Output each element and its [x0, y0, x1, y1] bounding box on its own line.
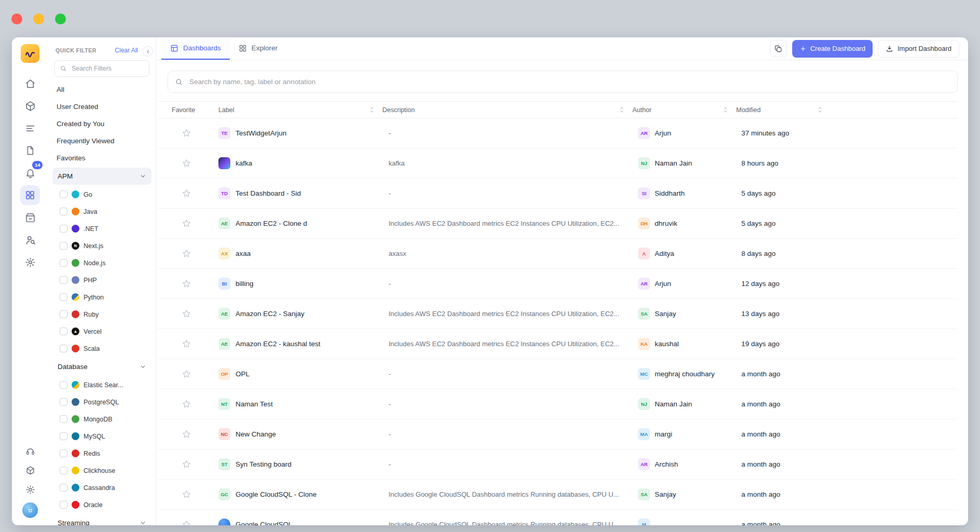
checkbox[interactable] [60, 501, 67, 509]
packages-icon[interactable] [22, 462, 38, 479]
favorite-star-icon[interactable] [182, 128, 191, 138]
filter-item-net[interactable]: .NET [48, 220, 156, 237]
dashboards-icon[interactable] [20, 185, 40, 205]
table-row[interactable]: NCNew Change-MAmargia month ago [158, 419, 958, 449]
checkbox[interactable] [60, 242, 67, 250]
alerts-icon[interactable]: 14 [20, 163, 40, 183]
sidebar-item-created-by-you[interactable]: Created by You [48, 115, 156, 132]
checkbox[interactable] [60, 310, 67, 318]
checkbox[interactable] [60, 449, 67, 457]
section-header-streaming[interactable]: Streaming [52, 514, 151, 525]
integrations-icon[interactable] [20, 208, 40, 227]
favorite-star-icon[interactable] [182, 489, 191, 499]
favorite-star-icon[interactable] [182, 188, 191, 198]
favorite-star-icon[interactable] [182, 459, 191, 469]
table-row[interactable]: AEAmazon EC2 - kaushal testIncludes AWS … [158, 329, 958, 359]
dashboard-search-input[interactable] [188, 77, 950, 86]
favorite-star-icon[interactable] [182, 429, 191, 439]
favorite-star-icon[interactable] [182, 309, 191, 319]
filter-item-ruby[interactable]: Ruby [48, 306, 156, 323]
filter-item-java[interactable]: Java [48, 203, 156, 220]
filter-item-go[interactable]: Go [48, 186, 156, 203]
import-dashboard-button[interactable]: Import Dashboard [878, 40, 959, 58]
table-row[interactable]: AEAmazon EC2 - SanjayIncludes AWS EC2 Da… [158, 299, 958, 329]
table-row[interactable]: AXaxaaaxasxAAditya8 days ago [158, 239, 958, 269]
filter-item-cassandra[interactable]: Cassandra [48, 479, 156, 496]
user-session-icon[interactable] [20, 230, 40, 250]
support-icon[interactable] [22, 443, 38, 459]
checkbox[interactable] [60, 381, 67, 389]
infrastructure-icon[interactable] [20, 96, 40, 116]
column-header-label[interactable]: Label [214, 102, 378, 118]
favorite-star-icon[interactable] [182, 279, 191, 289]
copy-button[interactable] [770, 40, 787, 57]
create-dashboard-button[interactable]: Create Dashboard [792, 40, 873, 58]
tab-explorer[interactable]: Explorer [230, 37, 286, 60]
filter-item-mongodb[interactable]: MongoDB [48, 411, 156, 428]
table-row[interactable]: TETestWidgetArjun-ARArjun37 minutes ago [158, 118, 958, 148]
checkbox[interactable] [60, 259, 67, 267]
column-header-description[interactable]: Description [378, 102, 628, 118]
preferences-icon[interactable] [22, 481, 38, 498]
filter-item-vercel[interactable]: ▲Vercel [48, 323, 156, 340]
filter-search-input[interactable] [71, 64, 144, 73]
filter-item-redis[interactable]: Redis [48, 445, 156, 462]
checkbox[interactable] [60, 415, 67, 423]
favorite-star-icon[interactable] [182, 369, 191, 379]
checkbox[interactable] [60, 208, 67, 215]
checkbox[interactable] [60, 293, 67, 301]
minimize-window-button[interactable] [33, 13, 44, 24]
checkbox[interactable] [60, 345, 67, 352]
home-icon[interactable] [20, 74, 40, 93]
user-avatar[interactable] [22, 502, 38, 518]
checkbox[interactable] [60, 225, 67, 233]
tab-dashboards[interactable]: Dashboards [161, 37, 230, 60]
table-row[interactable]: BIbilling-ARArjun12 days ago [158, 269, 958, 299]
filter-item-clickhouse[interactable]: Clickhouse [48, 462, 156, 479]
clear-all-link[interactable]: Clear All [115, 47, 138, 54]
column-header-modified[interactable]: Modified [732, 102, 826, 118]
sidebar-item-all[interactable]: All [48, 81, 156, 98]
table-row[interactable]: NTNaman Test-NJNaman Jaina month ago [158, 389, 958, 419]
section-header-apm[interactable]: APM [52, 168, 151, 185]
sidebar-item-favorites[interactable]: Favorites [48, 149, 156, 167]
logs-icon[interactable] [20, 141, 40, 160]
settings-icon[interactable] [20, 252, 40, 272]
checkbox[interactable] [60, 467, 67, 474]
checkbox[interactable] [60, 328, 67, 335]
favorite-star-icon[interactable] [182, 219, 191, 228]
app-logo-icon[interactable] [21, 44, 39, 63]
filter-item-postgresql[interactable]: PostgreSQL [48, 393, 156, 411]
table-row[interactable]: AEAmazon EC2 - Clone dIncludes AWS EC2 D… [158, 209, 958, 239]
filter-item-scala[interactable]: Scala [48, 340, 156, 357]
favorite-star-icon[interactable] [182, 399, 191, 409]
checkbox[interactable] [60, 484, 67, 492]
column-header-author[interactable]: Author [628, 102, 732, 118]
table-row[interactable]: Google CloudSQLIncludes Google CloudSQL … [158, 510, 958, 525]
table-row[interactable]: OPOPL-MCmeghraj choudharya month ago [158, 359, 958, 389]
checkbox[interactable] [60, 432, 67, 440]
favorite-star-icon[interactable] [182, 249, 191, 258]
checkbox[interactable] [60, 190, 67, 198]
sidebar-item-user-created[interactable]: User Created [48, 98, 156, 115]
apm-icon[interactable] [20, 118, 40, 138]
collapse-sidebar-button[interactable] [143, 46, 153, 57]
table-row[interactable]: STSyn Testing board-ARArchisha month ago [158, 449, 958, 480]
favorite-star-icon[interactable] [182, 520, 191, 525]
sidebar-item-frequently-viewed[interactable]: Frequently Viewed [48, 132, 156, 149]
filter-item-next-js[interactable]: NNext.js [48, 237, 156, 254]
table-row[interactable]: TDTest Dashboard - Sid-SISiddharth5 days… [158, 179, 958, 209]
filter-item-oracle[interactable]: Oracle [48, 496, 156, 513]
favorite-star-icon[interactable] [182, 158, 191, 168]
checkbox[interactable] [60, 276, 67, 284]
section-header-database[interactable]: Database [52, 358, 151, 375]
filter-item-node-js[interactable]: Node.js [48, 254, 156, 271]
close-window-button[interactable] [11, 13, 22, 24]
table-row[interactable]: GCGoogle CloudSQL - CloneIncludes Google… [158, 480, 958, 510]
checkbox[interactable] [60, 398, 67, 406]
maximize-window-button[interactable] [55, 13, 66, 24]
table-row[interactable]: kafkakafkaNJNaman Jain8 hours ago [158, 148, 958, 179]
filter-item-elastic-sear[interactable]: Elastic Sear... [48, 376, 156, 393]
filter-item-php[interactable]: PHP [48, 271, 156, 289]
filter-item-mysql[interactable]: MySQL [48, 428, 156, 445]
